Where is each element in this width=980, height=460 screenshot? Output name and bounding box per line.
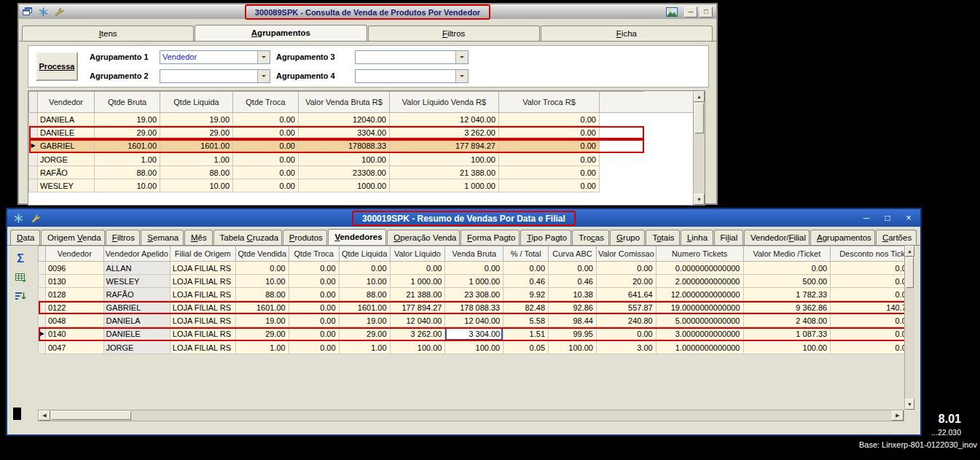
column-header[interactable]: Vendedor bbox=[38, 92, 95, 113]
column-header[interactable]: Valor Líquido bbox=[390, 246, 445, 262]
cell[interactable]: 3.00 bbox=[596, 341, 656, 354]
tab-vendedores[interactable]: Vendedores bbox=[328, 229, 386, 246]
column-header[interactable]: Filial de Origem bbox=[170, 246, 235, 262]
cell[interactable]: 88.00 bbox=[339, 288, 390, 301]
tab-linha[interactable]: Linha bbox=[681, 230, 713, 245]
cell[interactable]: 9.92 bbox=[503, 288, 549, 301]
tab-opera-o-venda[interactable]: Operação Venda bbox=[387, 230, 460, 245]
cell[interactable]: DANIELA bbox=[103, 314, 170, 327]
column-header[interactable]: Qtde Liquida bbox=[160, 92, 233, 113]
cell[interactable]: 100.00 bbox=[390, 341, 445, 354]
close-button[interactable]: × bbox=[903, 212, 914, 224]
column-header[interactable]: Valor Troca R$ bbox=[499, 92, 600, 113]
column-header[interactable]: Qtde Troca bbox=[233, 92, 299, 113]
scroll-up-button[interactable]: ▲ bbox=[694, 91, 705, 102]
table-row[interactable]: 0122GABRIELLOJA FILIAL RS1601.000.001601… bbox=[39, 301, 914, 314]
cell[interactable]: 20.00 bbox=[596, 275, 656, 288]
tab-trocas[interactable]: Trocas bbox=[572, 230, 609, 245]
cell[interactable]: LOJA FILIAL RS bbox=[170, 327, 235, 341]
cell[interactable]: 0.00 bbox=[499, 113, 600, 126]
cell[interactable]: 0.00 bbox=[289, 275, 339, 288]
cell[interactable]: 178088.33 bbox=[299, 139, 390, 153]
export-grid-button[interactable] bbox=[13, 270, 28, 284]
column-header[interactable]: Qtde Liquida bbox=[339, 246, 390, 262]
scrollbar-track[interactable] bbox=[694, 134, 705, 194]
cell[interactable]: LOJA FILIAL RS bbox=[170, 314, 235, 327]
agrupamento-2-select[interactable] bbox=[160, 69, 270, 83]
cell[interactable]: 0.00 bbox=[289, 262, 339, 275]
scroll-left-button[interactable]: ◀ bbox=[39, 410, 50, 421]
column-header[interactable]: Qtde Troca bbox=[289, 246, 339, 262]
cell[interactable]: 0.00 bbox=[289, 314, 339, 327]
table-row[interactable]: 0047JORGELOJA FILIAL RS1.000.001.00100.0… bbox=[39, 341, 914, 354]
column-header[interactable]: Valor Medio /Ticket bbox=[743, 246, 831, 262]
cell[interactable]: 12 040.00 bbox=[445, 314, 503, 327]
cell[interactable]: 19.0000000000000 bbox=[656, 301, 743, 314]
scroll-down-button[interactable]: ▼ bbox=[694, 194, 705, 205]
cell[interactable]: 19.00 bbox=[235, 314, 289, 327]
column-header[interactable]: % / Total bbox=[503, 246, 549, 262]
cell[interactable]: 9 362.86 bbox=[743, 301, 831, 314]
cell[interactable]: 500.00 bbox=[743, 275, 831, 288]
cell[interactable]: 0.00 bbox=[390, 262, 445, 275]
cell[interactable]: 0.0000000000000 bbox=[656, 262, 743, 275]
cell[interactable]: LOJA FILIAL RS bbox=[170, 341, 235, 354]
agrupamento-1-select[interactable]: Vendedor bbox=[160, 50, 270, 64]
cell[interactable]: 0.00 bbox=[289, 327, 339, 341]
cell[interactable]: 0130 bbox=[45, 275, 103, 288]
cell[interactable]: RAFÃO bbox=[103, 288, 170, 301]
cell[interactable]: 0140 bbox=[45, 327, 103, 341]
tab-agrupamentos[interactable]: Agrupamentos bbox=[195, 25, 366, 42]
cell[interactable]: RAFÃO bbox=[38, 166, 95, 179]
wrench-icon[interactable] bbox=[55, 7, 64, 17]
cell[interactable]: 100.00 bbox=[743, 341, 831, 354]
cell[interactable]: 0.00 bbox=[289, 301, 339, 314]
cell[interactable]: 0.46 bbox=[503, 275, 549, 288]
cell[interactable]: 0.00 bbox=[499, 126, 600, 139]
cell[interactable]: 1.00 bbox=[95, 153, 160, 166]
table-row[interactable]: 0130WESLEYLOJA FILIAL RS10.000.0010.001 … bbox=[39, 275, 914, 288]
cell[interactable]: 12.0000000000000 bbox=[656, 288, 743, 301]
cell[interactable]: 557.87 bbox=[596, 301, 656, 314]
table-row[interactable]: 0128RAFÃOLOJA FILIAL RS88.000.0088.0021 … bbox=[39, 288, 914, 301]
cell[interactable]: 29.00 bbox=[339, 327, 390, 341]
table-row[interactable]: 0048DANIELALOJA FILIAL RS19.000.0019.001… bbox=[39, 314, 914, 327]
cell[interactable]: 5.58 bbox=[503, 314, 549, 327]
scroll-down-button[interactable]: ▼ bbox=[905, 399, 914, 410]
cell[interactable]: 21 388.00 bbox=[390, 288, 445, 301]
cell[interactable]: 0096 bbox=[45, 262, 103, 275]
agrupamento-4-select[interactable] bbox=[355, 69, 469, 83]
cell[interactable]: 0122 bbox=[45, 301, 103, 314]
cell[interactable]: 29.00 bbox=[160, 126, 233, 139]
table-row[interactable]: 0096ALLANLOJA FILIAL RS0.000.000.000.000… bbox=[39, 262, 914, 275]
cell[interactable]: 29.00 bbox=[235, 327, 289, 341]
cell[interactable]: 0.00 bbox=[549, 262, 597, 275]
cell[interactable]: 0.00 bbox=[831, 262, 914, 275]
cell[interactable]: GABRIEL bbox=[103, 301, 170, 314]
cell[interactable]: 0.00 bbox=[831, 275, 914, 288]
table-row[interactable]: RAFÃO88.0088.000.0023308.0021 388.000.00 bbox=[29, 166, 644, 179]
cell[interactable]: 0.46 bbox=[549, 275, 597, 288]
cell[interactable]: 0128 bbox=[45, 288, 103, 301]
cell[interactable]: 0.00 bbox=[233, 153, 299, 166]
cell[interactable]: 1601.00 bbox=[339, 301, 390, 314]
cell[interactable]: JORGE bbox=[103, 341, 170, 354]
cell[interactable]: 19.00 bbox=[339, 314, 390, 327]
column-header[interactable]: Numero Tickets bbox=[656, 246, 743, 262]
cell[interactable]: 3304.00 bbox=[299, 126, 390, 139]
scrollbar-thumb[interactable] bbox=[51, 411, 131, 420]
cell[interactable]: 0.00 bbox=[499, 153, 600, 166]
vertical-scrollbar[interactable]: ▲ ▼ bbox=[693, 91, 705, 205]
cell[interactable]: 240.80 bbox=[596, 314, 656, 327]
tab-agrupamentos[interactable]: Agrupamentos bbox=[810, 230, 875, 245]
tab-vendedor-filial[interactable]: Vendedor/Filial bbox=[744, 230, 810, 245]
column-header[interactable]: Qtde Vendida bbox=[235, 246, 289, 262]
cell[interactable]: 92.86 bbox=[549, 301, 597, 314]
column-header[interactable]: Curva ABC bbox=[549, 246, 597, 262]
sum-button[interactable]: Σ bbox=[13, 252, 28, 265]
cell[interactable]: 0.00 bbox=[499, 139, 600, 153]
cell[interactable]: 1.00 bbox=[160, 153, 233, 166]
cell[interactable]: 82.48 bbox=[503, 301, 549, 314]
image-icon[interactable] bbox=[666, 7, 678, 17]
cell[interactable]: 0.00 bbox=[233, 139, 299, 153]
